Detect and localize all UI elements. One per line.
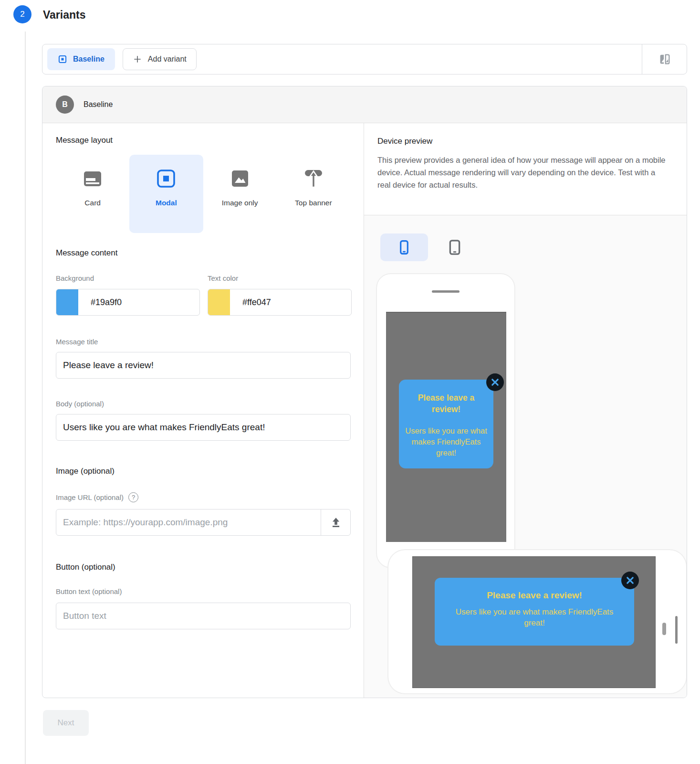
portrait-toggle-button[interactable] — [380, 233, 428, 261]
portrait-phone-mockup: Please leave a review! Users like you ar… — [376, 274, 515, 568]
baseline-avatar: B — [56, 96, 74, 114]
message-form: Message layout Card — [42, 123, 364, 698]
background-color-swatch[interactable] — [56, 289, 78, 315]
device-preview-panel: Device preview This preview provides a g… — [364, 123, 687, 698]
close-icon — [491, 378, 500, 387]
phone-speaker-bar — [432, 290, 460, 293]
modal-layout-icon — [155, 167, 178, 190]
image-url-input-group — [56, 509, 351, 536]
layout-option-label: Top banner — [295, 199, 332, 207]
baseline-card-header: B Baseline — [42, 86, 687, 123]
phone-camera-pill — [662, 623, 666, 635]
compare-variants-button[interactable] — [642, 44, 687, 74]
image-url-label-row: Image URL (optional) ? — [56, 492, 350, 502]
baseline-card-title: Baseline — [84, 100, 113, 109]
message-title-input[interactable] — [56, 360, 350, 371]
preview-message-modal: Please leave a review! Users like you ar… — [399, 380, 493, 468]
device-preview-heading: Device preview — [377, 137, 673, 146]
next-button[interactable]: Next — [43, 710, 89, 736]
plus-icon — [133, 54, 142, 64]
portrait-phone-screen: Please leave a review! Users like you ar… — [386, 312, 506, 542]
body-label: Body (optional) — [56, 400, 350, 408]
button-text-input[interactable] — [56, 611, 350, 621]
page-title: Variants — [43, 9, 86, 21]
text-color-field: Text color — [208, 274, 352, 316]
image-heading: Image (optional) — [56, 467, 350, 476]
message-layout-heading: Message layout — [56, 136, 350, 145]
layout-option-image-only[interactable]: Image only — [203, 155, 277, 233]
preview-message-title: Please leave a review! — [405, 392, 488, 415]
image-only-layout-icon — [229, 167, 251, 190]
step-connector-line — [25, 32, 26, 764]
top-banner-layout-icon — [302, 167, 325, 190]
preview-message-body: Users like you are what makes FriendlyEa… — [444, 606, 625, 628]
close-icon — [626, 576, 635, 585]
button-text-label: Button text (optional) — [56, 587, 350, 595]
preview-message-modal-landscape: Please leave a review! Users like you ar… — [435, 578, 634, 646]
button-heading: Button (optional) — [56, 562, 350, 572]
landscape-phone-mockup: Please leave a review! Users like you ar… — [388, 550, 687, 694]
add-variant-label: Add variant — [148, 55, 187, 64]
close-message-button[interactable] — [621, 572, 639, 589]
text-color-input — [208, 289, 352, 316]
layout-option-top-banner[interactable]: Top banner — [277, 155, 350, 233]
card-layout-icon — [81, 167, 104, 190]
body-input[interactable] — [56, 422, 350, 433]
layout-option-label: Modal — [156, 199, 177, 207]
baseline-card-body: Message layout Card — [42, 123, 687, 698]
layout-option-label: Card — [84, 199, 101, 207]
message-content-heading: Message content — [56, 248, 350, 258]
layout-option-modal[interactable]: Modal — [129, 155, 203, 233]
close-message-button[interactable] — [486, 373, 504, 391]
in-app-messaging-compose-page: 2 Variants Baseline Add variant — [0, 0, 700, 764]
layout-option-card[interactable]: Card — [56, 155, 129, 233]
layout-options: Card Modal — [56, 155, 350, 233]
device-preview-header: Device preview This preview provides a g… — [364, 123, 687, 215]
text-color-label: Text color — [208, 274, 352, 282]
image-url-label: Image URL (optional) — [56, 493, 124, 501]
variant-tabbar: Baseline Add variant — [42, 44, 687, 74]
device-preview-description: This preview provides a general idea of … — [377, 154, 669, 191]
add-variant-button[interactable]: Add variant — [123, 48, 197, 70]
background-color-field: Background — [56, 274, 200, 316]
landscape-toggle-button[interactable] — [439, 236, 470, 258]
upload-image-button[interactable] — [321, 509, 350, 535]
text-color-swatch[interactable] — [208, 289, 230, 315]
baseline-variant-card: B Baseline Message layout — [42, 86, 687, 698]
phone-portrait-icon — [396, 239, 412, 255]
variant-tabs: Baseline Add variant — [42, 44, 642, 74]
button-text-input-wrap — [56, 603, 351, 629]
landscape-phone-screen: Please leave a review! Users like you ar… — [412, 556, 656, 688]
modal-layout-icon — [58, 54, 67, 64]
help-icon[interactable]: ? — [128, 492, 138, 502]
preview-message-body: Users like you are what makes FriendlyEa… — [405, 425, 488, 458]
tab-baseline[interactable]: Baseline — [47, 48, 115, 70]
layout-option-label: Image only — [222, 199, 258, 207]
body-input-wrap — [56, 414, 351, 441]
device-preview-area: Please leave a review! Users like you ar… — [364, 215, 687, 698]
preview-message-title: Please leave a review! — [444, 590, 625, 601]
tab-baseline-label: Baseline — [73, 55, 104, 64]
background-color-value[interactable] — [78, 289, 200, 315]
step-number-badge: 2 — [13, 5, 31, 23]
color-fields: Background Text color — [56, 274, 350, 316]
text-color-value[interactable] — [230, 289, 352, 315]
flip-compare-icon — [658, 52, 672, 66]
phone-speaker-line — [675, 616, 678, 644]
upload-icon — [330, 516, 342, 529]
image-url-input[interactable] — [56, 509, 321, 535]
tablet-icon — [446, 239, 463, 256]
background-color-input — [56, 289, 200, 316]
message-title-input-wrap — [56, 352, 351, 379]
background-label: Background — [56, 274, 200, 282]
message-title-label: Message title — [56, 338, 350, 346]
